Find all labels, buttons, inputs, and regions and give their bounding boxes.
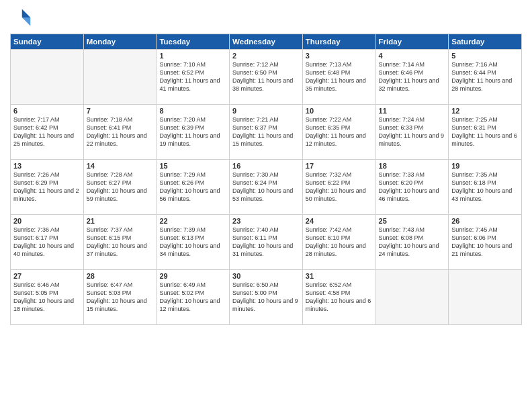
day-number: 18 xyxy=(379,162,446,170)
logo-icon xyxy=(10,7,32,28)
day-info: Sunrise: 7:28 AMSunset: 6:27 PMDaylight:… xyxy=(87,171,154,203)
calendar-week-3: 13Sunrise: 7:26 AMSunset: 6:29 PMDayligh… xyxy=(11,160,522,215)
calendar-cell: 25Sunrise: 7:43 AMSunset: 6:08 PMDayligh… xyxy=(375,215,449,270)
logo xyxy=(10,7,34,28)
day-info: Sunrise: 7:25 AMSunset: 6:31 PMDaylight:… xyxy=(451,116,519,148)
day-info: Sunrise: 6:47 AMSunset: 5:03 PMDaylight:… xyxy=(87,281,154,314)
calendar-cell: 11Sunrise: 7:24 AMSunset: 6:33 PMDayligh… xyxy=(375,105,449,160)
day-info: Sunrise: 7:37 AMSunset: 6:15 PMDaylight:… xyxy=(87,226,154,259)
calendar-header-sunday: Sunday xyxy=(11,34,84,50)
day-number: 9 xyxy=(232,107,300,115)
calendar-header-saturday: Saturday xyxy=(449,34,522,50)
day-number: 11 xyxy=(379,107,446,115)
day-number: 19 xyxy=(451,162,519,170)
day-number: 1 xyxy=(159,52,226,60)
calendar-cell: 8Sunrise: 7:20 AMSunset: 6:39 PMDaylight… xyxy=(157,105,230,160)
day-number: 23 xyxy=(232,217,300,225)
calendar-cell: 10Sunrise: 7:22 AMSunset: 6:35 PMDayligh… xyxy=(302,105,375,160)
day-number: 2 xyxy=(232,52,300,60)
calendar-header-wednesday: Wednesday xyxy=(230,34,303,50)
day-info: Sunrise: 7:45 AMSunset: 6:06 PMDaylight:… xyxy=(451,226,519,259)
calendar-header-row: SundayMondayTuesdayWednesdayThursdayFrid… xyxy=(11,34,522,50)
calendar-cell: 15Sunrise: 7:29 AMSunset: 6:26 PMDayligh… xyxy=(157,160,230,215)
calendar-cell: 29Sunrise: 6:49 AMSunset: 5:02 PMDayligh… xyxy=(157,270,230,325)
calendar-cell: 17Sunrise: 7:32 AMSunset: 6:22 PMDayligh… xyxy=(302,160,375,215)
calendar-cell: 12Sunrise: 7:25 AMSunset: 6:31 PMDayligh… xyxy=(449,105,522,160)
day-info: Sunrise: 7:13 AMSunset: 6:48 PMDaylight:… xyxy=(306,60,373,93)
header xyxy=(10,7,522,28)
day-info: Sunrise: 7:22 AMSunset: 6:35 PMDaylight:… xyxy=(306,116,373,148)
calendar-cell: 2Sunrise: 7:12 AMSunset: 6:50 PMDaylight… xyxy=(230,50,303,105)
day-number: 16 xyxy=(232,162,300,170)
day-info: Sunrise: 6:50 AMSunset: 5:00 PMDaylight:… xyxy=(232,281,300,314)
day-info: Sunrise: 7:36 AMSunset: 6:17 PMDaylight:… xyxy=(13,226,81,259)
day-info: Sunrise: 7:33 AMSunset: 6:20 PMDaylight:… xyxy=(379,171,446,203)
day-info: Sunrise: 7:29 AMSunset: 6:26 PMDaylight:… xyxy=(159,171,226,203)
calendar-cell: 5Sunrise: 7:16 AMSunset: 6:44 PMDaylight… xyxy=(449,50,522,105)
calendar-cell: 30Sunrise: 6:50 AMSunset: 5:00 PMDayligh… xyxy=(230,270,303,325)
calendar-cell: 26Sunrise: 7:45 AMSunset: 6:06 PMDayligh… xyxy=(449,215,522,270)
calendar-week-1: 1Sunrise: 7:10 AMSunset: 6:52 PMDaylight… xyxy=(11,50,522,105)
calendar-week-5: 27Sunrise: 6:46 AMSunset: 5:05 PMDayligh… xyxy=(11,270,522,325)
calendar-cell xyxy=(83,50,157,105)
day-number: 8 xyxy=(159,107,226,115)
day-info: Sunrise: 7:42 AMSunset: 6:10 PMDaylight:… xyxy=(306,226,373,259)
day-info: Sunrise: 7:10 AMSunset: 6:52 PMDaylight:… xyxy=(159,60,226,93)
calendar-cell: 1Sunrise: 7:10 AMSunset: 6:52 PMDaylight… xyxy=(157,50,230,105)
calendar-header-friday: Friday xyxy=(375,34,449,50)
calendar-cell: 31Sunrise: 6:52 AMSunset: 4:58 PMDayligh… xyxy=(302,270,375,325)
day-info: Sunrise: 7:21 AMSunset: 6:37 PMDaylight:… xyxy=(232,116,300,148)
page: SundayMondayTuesdayWednesdayThursdayFrid… xyxy=(0,0,532,411)
day-number: 31 xyxy=(306,272,373,280)
day-number: 21 xyxy=(87,217,154,225)
day-number: 3 xyxy=(306,52,373,60)
calendar-cell: 18Sunrise: 7:33 AMSunset: 6:20 PMDayligh… xyxy=(375,160,449,215)
day-info: Sunrise: 6:49 AMSunset: 5:02 PMDaylight:… xyxy=(159,281,226,314)
day-number: 28 xyxy=(87,272,154,280)
calendar-week-2: 6Sunrise: 7:17 AMSunset: 6:42 PMDaylight… xyxy=(11,105,522,160)
calendar-cell: 16Sunrise: 7:30 AMSunset: 6:24 PMDayligh… xyxy=(230,160,303,215)
calendar-cell: 27Sunrise: 6:46 AMSunset: 5:05 PMDayligh… xyxy=(11,270,84,325)
day-info: Sunrise: 7:17 AMSunset: 6:42 PMDaylight:… xyxy=(13,116,81,148)
calendar-cell: 24Sunrise: 7:42 AMSunset: 6:10 PMDayligh… xyxy=(302,215,375,270)
day-number: 5 xyxy=(451,52,519,60)
calendar-header-thursday: Thursday xyxy=(302,34,375,50)
calendar-header-monday: Monday xyxy=(83,34,157,50)
day-number: 20 xyxy=(13,217,81,225)
calendar-cell: 14Sunrise: 7:28 AMSunset: 6:27 PMDayligh… xyxy=(83,160,157,215)
calendar-cell xyxy=(375,270,449,325)
calendar-cell: 9Sunrise: 7:21 AMSunset: 6:37 PMDaylight… xyxy=(230,105,303,160)
day-number: 27 xyxy=(13,272,81,280)
day-number: 25 xyxy=(379,217,446,225)
day-info: Sunrise: 7:26 AMSunset: 6:29 PMDaylight:… xyxy=(13,171,81,203)
calendar-cell: 4Sunrise: 7:14 AMSunset: 6:46 PMDaylight… xyxy=(375,50,449,105)
day-number: 15 xyxy=(159,162,226,170)
day-number: 10 xyxy=(306,107,373,115)
day-info: Sunrise: 7:32 AMSunset: 6:22 PMDaylight:… xyxy=(306,171,373,203)
day-info: Sunrise: 7:14 AMSunset: 6:46 PMDaylight:… xyxy=(379,60,446,93)
day-info: Sunrise: 7:39 AMSunset: 6:13 PMDaylight:… xyxy=(159,226,226,259)
calendar-week-4: 20Sunrise: 7:36 AMSunset: 6:17 PMDayligh… xyxy=(11,215,522,270)
calendar-header-tuesday: Tuesday xyxy=(157,34,230,50)
day-number: 6 xyxy=(13,107,81,115)
day-number: 13 xyxy=(13,162,81,170)
day-number: 4 xyxy=(379,52,446,60)
day-number: 17 xyxy=(306,162,373,170)
calendar-cell: 20Sunrise: 7:36 AMSunset: 6:17 PMDayligh… xyxy=(11,215,84,270)
day-number: 24 xyxy=(306,217,373,225)
day-number: 12 xyxy=(451,107,519,115)
calendar-cell: 28Sunrise: 6:47 AMSunset: 5:03 PMDayligh… xyxy=(83,270,157,325)
calendar-cell: 3Sunrise: 7:13 AMSunset: 6:48 PMDaylight… xyxy=(302,50,375,105)
calendar-cell: 23Sunrise: 7:40 AMSunset: 6:11 PMDayligh… xyxy=(230,215,303,270)
calendar-cell: 6Sunrise: 7:17 AMSunset: 6:42 PMDaylight… xyxy=(11,105,84,160)
day-info: Sunrise: 7:16 AMSunset: 6:44 PMDaylight:… xyxy=(451,60,519,93)
day-number: 14 xyxy=(87,162,154,170)
day-info: Sunrise: 7:35 AMSunset: 6:18 PMDaylight:… xyxy=(451,171,519,203)
calendar-cell: 19Sunrise: 7:35 AMSunset: 6:18 PMDayligh… xyxy=(449,160,522,215)
calendar-cell: 13Sunrise: 7:26 AMSunset: 6:29 PMDayligh… xyxy=(11,160,84,215)
day-info: Sunrise: 6:52 AMSunset: 4:58 PMDaylight:… xyxy=(306,281,373,314)
day-number: 29 xyxy=(159,272,226,280)
day-info: Sunrise: 7:24 AMSunset: 6:33 PMDaylight:… xyxy=(379,116,446,148)
calendar-cell: 21Sunrise: 7:37 AMSunset: 6:15 PMDayligh… xyxy=(83,215,157,270)
day-number: 26 xyxy=(451,217,519,225)
